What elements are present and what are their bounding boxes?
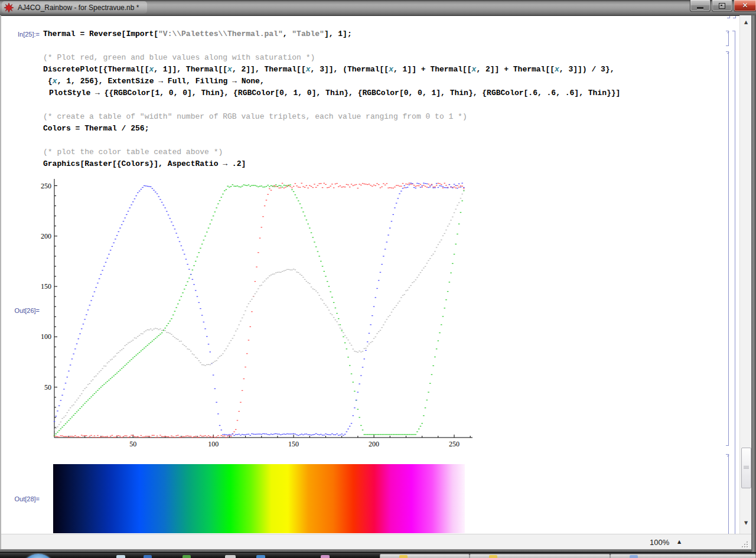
taskbar-button-icon <box>630 555 638 558</box>
code-line[interactable]: {x, 1, 256}, ExtentSize → Full, Filling … <box>0 76 709 87</box>
magnification-value[interactable]: 100% <box>650 538 669 547</box>
svg-text:100: 100 <box>208 440 219 448</box>
code-line[interactable]: Graphics[Raster[{Colors}], AspectRatio →… <box>0 158 709 170</box>
taskbar-pinned-icon[interactable] <box>256 555 265 558</box>
svg-text:100: 100 <box>41 332 51 341</box>
taskbar-pinned-icon[interactable] <box>144 555 152 558</box>
cell-bracket-raster-group[interactable] <box>725 454 729 546</box>
code-line[interactable]: (* Plot red, green and blue values along… <box>0 52 709 64</box>
mathematica-spikey-icon <box>4 3 14 12</box>
cell-bracket-partial-1[interactable] <box>726 16 730 18</box>
code-line[interactable] <box>0 99 709 111</box>
minimize-button[interactable] <box>690 0 711 12</box>
vertical-scrollbar[interactable]: ▲ ▼ <box>739 15 752 534</box>
code-line[interactable]: Colors = Thermal / 256; <box>0 123 709 135</box>
cell-bracket-group-outer[interactable] <box>731 31 735 546</box>
status-bar[interactable]: 100% ▲ <box>0 534 751 550</box>
svg-text:50: 50 <box>129 440 136 448</box>
cell-bracket-in25[interactable] <box>725 31 729 46</box>
code-line[interactable]: (* create a table of "width" number of R… <box>0 111 709 123</box>
svg-text:50: 50 <box>44 383 51 391</box>
magnification-menu-icon[interactable]: ▲ <box>677 539 681 544</box>
in-label: In[25]:= <box>0 31 40 38</box>
window-left-border <box>0 15 1 552</box>
code-line[interactable]: DiscretePlot[{Thermal[[x, 1]], Thermal[[… <box>0 64 709 76</box>
svg-text:250: 250 <box>449 440 460 448</box>
taskbar-pinned-icon[interactable] <box>321 555 330 558</box>
window-right-border <box>751 15 756 552</box>
taskbar-button-icon <box>399 555 408 558</box>
code-line[interactable]: PlotStyle → {{RGBColor[1, 0, 0], Thin}, … <box>0 87 709 99</box>
output-plot-graphic[interactable]: 5010015020025050100150200250 <box>35 177 478 449</box>
start-button[interactable] <box>21 554 56 558</box>
vertical-scrollbar-thumb[interactable] <box>741 448 751 488</box>
svg-text:150: 150 <box>288 440 299 448</box>
plot-canvas: 5010015020025050100150200250 <box>35 177 478 449</box>
taskbar-window-button[interactable] <box>380 554 470 558</box>
minimize-icon <box>697 7 703 9</box>
out26-label: Out[26]= <box>0 307 40 314</box>
taskbar-pinned-icon[interactable] <box>116 555 125 558</box>
svg-text:200: 200 <box>369 440 379 448</box>
window-title: AJ4CO_Rainbow - for Spectravue.nb * <box>18 4 139 12</box>
taskbar-button-icon <box>489 555 497 558</box>
code-line[interactable] <box>0 40 709 52</box>
cell-bracket-plot-group[interactable] <box>725 51 729 446</box>
taskbar[interactable] <box>0 552 756 558</box>
titlebar-caption: AJ4CO_Rainbow - for Spectravue.nb * <box>2 1 147 14</box>
cell-bracket-partial-2[interactable] <box>732 16 736 18</box>
code-line[interactable] <box>0 135 709 146</box>
svg-text:150: 150 <box>41 282 51 291</box>
close-button[interactable]: ✕ <box>734 0 756 12</box>
svg-text:200: 200 <box>41 232 51 240</box>
code-line[interactable]: (* plot the color table ceated above *) <box>0 146 709 158</box>
scroll-up-icon[interactable]: ▲ <box>740 18 752 27</box>
restore-icon <box>719 3 725 9</box>
restore-button[interactable] <box>712 0 732 12</box>
close-icon: ✕ <box>742 1 748 11</box>
code-line[interactable]: In[25]:=Thermal = Reverse[Import["V:\\Pa… <box>0 28 709 40</box>
taskbar-pinned-icon[interactable] <box>225 555 236 558</box>
scroll-down-icon[interactable]: ▼ <box>740 518 752 528</box>
out28-label: Out[28]= <box>0 495 40 502</box>
svg-text:250: 250 <box>41 182 51 190</box>
notebook-input-cells[interactable]: In[25]:=Thermal = Reverse[Import["V:\\Pa… <box>0 28 709 170</box>
mathematica-window: AJ4CO_Rainbow - for Spectravue.nb * ✕ In… <box>0 0 756 558</box>
resize-grip[interactable] <box>742 541 749 549</box>
output-raster-gradient[interactable] <box>53 464 465 533</box>
taskbar-pinned-icon[interactable] <box>183 555 191 558</box>
titlebar[interactable]: AJ4CO_Rainbow - for Spectravue.nb * ✕ <box>0 0 756 16</box>
